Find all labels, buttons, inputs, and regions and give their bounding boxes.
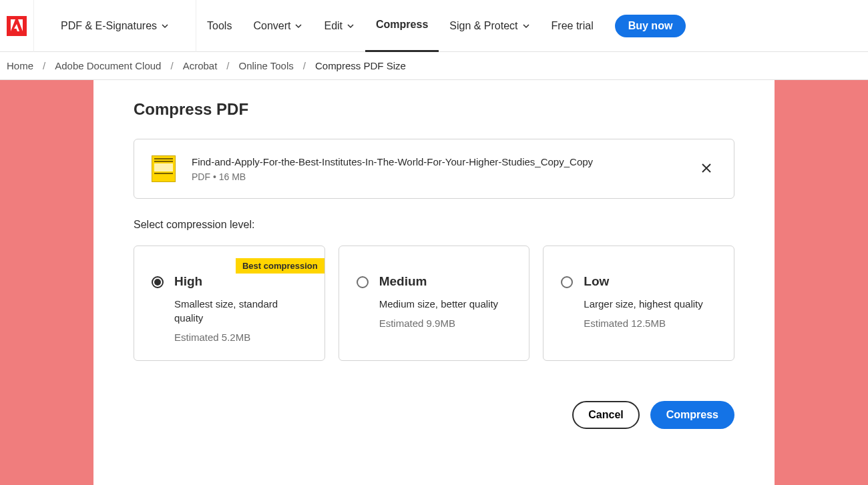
file-card: Find-and-Apply-For-the-Best-Institutes-I… <box>134 139 734 199</box>
product-menu[interactable]: PDF & E-Signatures <box>50 0 180 52</box>
option-high[interactable]: Best compression High Smallest size, sta… <box>134 246 325 361</box>
chevron-down-icon <box>522 22 530 30</box>
option-low-desc: Larger size, highest quality <box>584 297 716 311</box>
crumb-doc-cloud[interactable]: Adobe Document Cloud <box>55 60 161 71</box>
radio-high[interactable] <box>152 276 164 288</box>
remove-file-button[interactable] <box>696 158 716 180</box>
option-high-estimated: Estimated 5.2MB <box>174 332 307 343</box>
nav-sign-protect[interactable]: Sign & Protect <box>439 0 540 52</box>
product-menu-label: PDF & E-Signatures <box>61 20 157 32</box>
option-medium-desc: Medium size, better quality <box>379 297 512 311</box>
buy-now-button[interactable]: Buy now <box>615 15 686 37</box>
product-menu-group: PDF & E-Signatures <box>34 0 196 52</box>
radio-low[interactable] <box>561 276 573 288</box>
option-high-desc: Smallest size, standard quality <box>174 297 307 325</box>
option-medium-title: Medium <box>379 274 512 289</box>
close-icon <box>700 162 712 174</box>
option-high-title: High <box>174 274 307 289</box>
file-thumbnail <box>152 155 176 182</box>
page-title: Compress PDF <box>134 100 734 119</box>
radio-medium[interactable] <box>357 276 369 288</box>
select-compression-label: Select compression level: <box>134 219 734 231</box>
action-buttons: Cancel Compress <box>134 401 734 429</box>
nav-convert[interactable]: Convert <box>242 0 313 52</box>
file-name: Find-and-Apply-For-the-Best-Institutes-I… <box>192 156 680 167</box>
top-nav: PDF & E-Signatures Tools Convert Edit Co… <box>0 0 868 52</box>
nav-free-trial[interactable]: Free trial <box>541 0 604 52</box>
cancel-button[interactable]: Cancel <box>572 401 639 429</box>
nav-edit[interactable]: Edit <box>313 0 365 52</box>
nav-compress[interactable]: Compress <box>365 0 439 52</box>
adobe-logo[interactable] <box>0 0 34 52</box>
file-info: Find-and-Apply-For-the-Best-Institutes-I… <box>192 156 680 182</box>
breadcrumb: Home / Adobe Document Cloud / Acrobat / … <box>0 52 868 80</box>
option-low-title: Low <box>584 274 716 289</box>
compression-options: Best compression High Smallest size, sta… <box>134 246 734 361</box>
chevron-down-icon <box>347 22 355 30</box>
crumb-current: Compress PDF Size <box>315 60 406 71</box>
option-medium[interactable]: Medium Medium size, better quality Estim… <box>339 246 530 361</box>
page-content: Compress PDF Find-and-Apply-For-the-Best… <box>93 80 775 485</box>
page-background: Compress PDF Find-and-Apply-For-the-Best… <box>0 80 868 485</box>
crumb-home[interactable]: Home <box>7 60 33 71</box>
crumb-online-tools[interactable]: Online Tools <box>239 60 294 71</box>
nav-tools[interactable]: Tools <box>196 0 242 52</box>
option-low-estimated: Estimated 12.5MB <box>584 318 716 329</box>
file-meta: PDF • 16 MB <box>192 171 680 182</box>
chevron-down-icon <box>294 22 302 30</box>
chevron-down-icon <box>161 22 169 30</box>
option-low[interactable]: Low Larger size, highest quality Estimat… <box>543 246 734 361</box>
option-medium-estimated: Estimated 9.9MB <box>379 318 512 329</box>
crumb-acrobat[interactable]: Acrobat <box>183 60 218 71</box>
compress-button[interactable]: Compress <box>650 401 734 429</box>
best-compression-badge: Best compression <box>236 258 324 274</box>
